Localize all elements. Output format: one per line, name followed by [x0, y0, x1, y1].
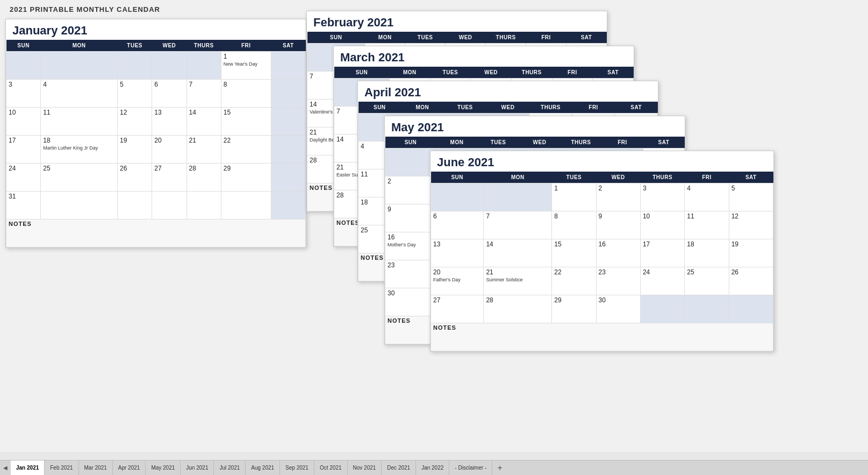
notes-label: NOTES — [6, 219, 306, 247]
table-cell: 22 — [552, 267, 596, 295]
table-cell — [271, 80, 305, 108]
table-row: 27 28 29 30 — [431, 295, 773, 323]
june-calendar: June 2021 SUN MON TUES WED THURS FRI SAT… — [430, 151, 774, 352]
table-cell: 9 — [385, 204, 436, 232]
table-cell: 14 — [484, 239, 552, 267]
table-cell: 13 — [431, 239, 484, 267]
tab-sep-2021[interactable]: Sep 2021 — [280, 460, 314, 475]
table-cell: 10 — [640, 211, 684, 239]
march-title: March 2021 — [334, 46, 634, 67]
table-cell: 27 — [431, 295, 484, 323]
table-cell: 6 — [431, 211, 484, 239]
table-row: 13 14 15 16 17 18 19 — [431, 239, 773, 267]
table-cell — [271, 52, 305, 80]
table-row: 10 11 12 13 14 15 — [6, 108, 306, 136]
table-row: 24 25 26 27 28 29 — [6, 164, 306, 192]
january-calendar: January 2021 SUN MON TUES WED THURS FRI … — [5, 19, 306, 248]
table-cell: 31 — [6, 192, 41, 219]
table-cell — [271, 108, 305, 136]
january-table: SUN MON TUES WED THURS FRI SAT 1New Year… — [6, 40, 306, 247]
table-cell: 15 — [221, 108, 271, 136]
tab-feb-2021[interactable]: Feb 2021 — [45, 460, 78, 475]
notes-row: NOTES — [431, 323, 773, 351]
table-cell: 18Martin Luther King Jr Day — [41, 136, 118, 164]
col-tue: TUES — [405, 32, 446, 44]
table-cell: 4 — [41, 80, 118, 108]
tab-jul-2021[interactable]: Jul 2021 — [214, 460, 246, 475]
col-sun: SUN — [307, 32, 365, 44]
table-cell: 16 — [596, 239, 640, 267]
tab-left-arrow[interactable]: ◀ — [0, 460, 11, 476]
main-area: 2021 PRINTABLE MONTHLY CALENDAR January … — [0, 0, 868, 452]
col-mon: MON — [365, 32, 405, 44]
table-cell: 3 — [6, 80, 41, 108]
table-cell: 6 — [152, 80, 186, 108]
table-cell — [152, 52, 186, 80]
tab-mar-2021[interactable]: Mar 2021 — [79, 460, 113, 475]
table-cell — [685, 295, 729, 323]
table-cell: 22 — [221, 136, 271, 164]
table-cell — [271, 192, 305, 219]
table-cell — [385, 148, 436, 176]
table-cell: 7 — [186, 80, 221, 108]
table-cell — [6, 52, 41, 80]
col-sat: SAT — [566, 32, 607, 44]
tab-apr-2021[interactable]: Apr 2021 — [113, 460, 146, 475]
tab-disclaimer[interactable]: - Disclaimer - — [449, 460, 492, 475]
table-cell: 5 — [118, 80, 152, 108]
table-cell: 16Mother's Day — [385, 232, 436, 260]
table-cell: 21 — [186, 136, 221, 164]
col-wed: WED — [152, 40, 186, 52]
table-cell: 30 — [596, 295, 640, 323]
table-cell: 21Summer Solstice — [484, 267, 552, 295]
table-cell: 26 — [118, 164, 152, 192]
col-tue: TUES — [118, 40, 152, 52]
january-title: January 2021 — [6, 19, 306, 40]
table-cell — [271, 136, 305, 164]
table-cell: 30 — [385, 288, 436, 316]
table-cell: 19 — [118, 136, 152, 164]
tab-add-button[interactable]: + — [492, 460, 507, 476]
table-cell: 9 — [596, 211, 640, 239]
table-cell: 29 — [221, 164, 271, 192]
tab-bar: ◀ Jan 2021 Feb 2021 Mar 2021 Apr 2021 Ma… — [0, 460, 868, 475]
table-cell: 24 — [640, 267, 684, 295]
notes-row: NOTES — [6, 219, 306, 247]
tab-dec-2021[interactable]: Dec 2021 — [382, 460, 416, 475]
table-cell: 17 — [640, 239, 684, 267]
table-cell: 18 — [685, 239, 729, 267]
col-fri: FRI — [221, 40, 271, 52]
table-cell — [41, 192, 118, 219]
table-cell: 24 — [6, 164, 41, 192]
tab-oct-2021[interactable]: Oct 2021 — [314, 460, 348, 475]
table-cell: 2 — [596, 183, 640, 211]
table-cell: 27 — [152, 164, 186, 192]
tab-jan-2022[interactable]: Jan 2022 — [416, 460, 449, 475]
tab-may-2021[interactable]: May 2021 — [146, 460, 181, 475]
table-row: 1 2 3 4 5 — [431, 183, 773, 211]
table-cell: 14 — [186, 108, 221, 136]
table-cell — [271, 164, 305, 192]
tab-jan-2021[interactable]: Jan 2021 — [11, 460, 45, 475]
table-cell — [118, 192, 152, 219]
table-row: 1New Year's Day — [6, 52, 306, 80]
table-cell: 28 — [186, 164, 221, 192]
table-cell: 13 — [152, 108, 186, 136]
col-sat: SAT — [271, 40, 305, 52]
table-cell: 26 — [729, 267, 773, 295]
table-row: 17 18Martin Luther King Jr Day 19 20 21 … — [6, 136, 306, 164]
table-cell: 12 — [729, 211, 773, 239]
col-wed: WED — [446, 32, 486, 44]
tab-aug-2021[interactable]: Aug 2021 — [246, 460, 280, 475]
table-cell: 23 — [385, 260, 436, 288]
page-title: 2021 PRINTABLE MONTHLY CALENDAR — [10, 5, 160, 13]
table-cell — [41, 52, 118, 80]
table-cell — [152, 192, 186, 219]
table-cell: 28 — [484, 295, 552, 323]
table-cell: 12 — [118, 108, 152, 136]
tab-jun-2021[interactable]: Jun 2021 — [181, 460, 214, 475]
table-cell — [118, 52, 152, 80]
table-cell: 17 — [6, 136, 41, 164]
tab-nov-2021[interactable]: Nov 2021 — [348, 460, 382, 475]
april-title: April 2021 — [358, 81, 658, 102]
